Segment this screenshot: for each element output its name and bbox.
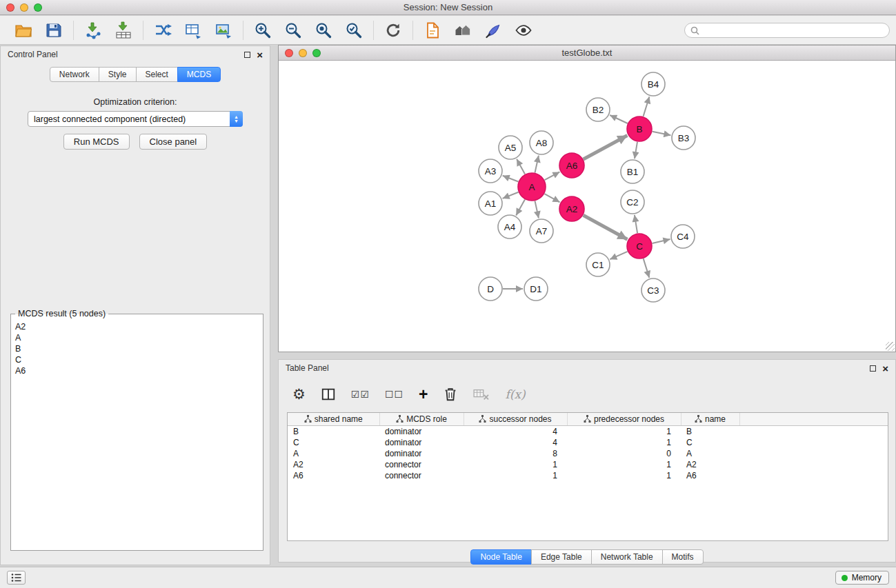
search-input[interactable]	[703, 26, 884, 35]
table-cell[interactable]: 0	[567, 448, 681, 459]
table-cell[interactable]: C	[681, 437, 739, 448]
table-cell[interactable]: 1	[567, 459, 681, 470]
float-table-panel-icon[interactable]	[870, 365, 876, 372]
table-cell[interactable]: 4	[464, 426, 567, 438]
run-mcds-button[interactable]: Run MCDS	[63, 134, 130, 150]
column-header[interactable]: predecessor nodes	[567, 413, 681, 426]
table-cell[interactable]: B	[288, 426, 379, 438]
graph-edge[interactable]	[635, 142, 637, 159]
graph-node-C4[interactable]: C4	[671, 225, 695, 248]
delete-column-icon[interactable]	[443, 387, 458, 402]
memory-button[interactable]: Memory	[835, 571, 889, 585]
graph-node-B2[interactable]: B2	[586, 98, 610, 121]
close-network-window-icon[interactable]	[285, 49, 293, 57]
table-cell[interactable]: 1	[567, 470, 681, 481]
table-cell[interactable]: A6	[288, 470, 379, 481]
table-cell[interactable]: 8	[464, 448, 567, 459]
float-panel-icon[interactable]	[244, 52, 250, 58]
graph-edge[interactable]	[535, 201, 539, 219]
save-session-button[interactable]	[44, 21, 63, 40]
toolbar-search[interactable]	[684, 23, 890, 38]
graph-node-C3[interactable]: C3	[641, 278, 665, 302]
close-table-panel-icon[interactable]: ×	[882, 365, 888, 372]
result-item[interactable]: C	[15, 354, 259, 365]
table-cell[interactable]: 1	[567, 437, 681, 448]
graph-edge[interactable]	[644, 97, 650, 116]
tab-motifs[interactable]: Motifs	[662, 549, 704, 565]
show-panel-list-button[interactable]	[7, 571, 26, 585]
table-cell[interactable]: 1	[464, 459, 567, 470]
graph-edge[interactable]	[517, 159, 525, 174]
column-header[interactable]: name	[681, 413, 739, 426]
graph-node-A2[interactable]: A2	[559, 196, 584, 221]
tab-network[interactable]: Network	[50, 67, 99, 82]
open-file-button[interactable]	[14, 21, 33, 40]
table-cell[interactable]: A2	[681, 459, 739, 470]
select-all-rows-icon[interactable]: ☑☑	[351, 389, 370, 400]
table-row[interactable]: A6connector11A6	[288, 470, 888, 481]
column-header[interactable]: shared name	[288, 413, 379, 426]
graph-node-D1[interactable]: D1	[524, 277, 548, 301]
zoom-out-button[interactable]	[283, 21, 303, 40]
table-cell[interactable]: B	[681, 426, 739, 438]
graph-edge[interactable]	[545, 172, 560, 180]
close-window-icon[interactable]	[6, 3, 14, 12]
optimization-dropdown[interactable]: largest connected component (directed) ▲…	[28, 111, 243, 127]
graph-edge[interactable]	[503, 192, 519, 199]
resize-grip[interactable]	[886, 342, 895, 351]
deselect-all-rows-icon[interactable]: ☐☐	[385, 389, 404, 400]
graph-edge[interactable]	[610, 115, 628, 123]
import-network-button[interactable]	[83, 21, 103, 40]
table-cell[interactable]: 4	[464, 437, 567, 448]
graph-node-A7[interactable]: A7	[530, 219, 553, 243]
table-cell[interactable]: A	[681, 448, 739, 459]
table-cell[interactable]: connector	[379, 470, 464, 481]
refresh-button[interactable]	[384, 21, 403, 40]
graph-node-B[interactable]: B	[627, 116, 652, 141]
graph-edge[interactable]	[516, 199, 525, 215]
result-item[interactable]: B	[15, 343, 259, 354]
maximize-window-icon[interactable]	[34, 3, 42, 12]
result-item[interactable]: A6	[15, 365, 259, 376]
show-columns-icon[interactable]	[321, 387, 336, 402]
zoom-selected-button[interactable]	[344, 21, 364, 40]
graph-node-A1[interactable]: A1	[479, 192, 502, 215]
tab-style[interactable]: Style	[99, 67, 137, 82]
graph-node-B4[interactable]: B4	[641, 72, 665, 96]
close-panel-icon[interactable]: ×	[257, 52, 263, 58]
function-builder-icon[interactable]: f(x)	[505, 387, 525, 401]
show-hide-button[interactable]	[514, 21, 533, 40]
graph-node-C[interactable]: C	[627, 234, 652, 258]
minimize-network-window-icon[interactable]	[299, 49, 307, 57]
tab-mcds[interactable]: MCDS	[177, 67, 221, 82]
tab-node-table[interactable]: Node Table	[470, 549, 532, 565]
table-row[interactable]: Cdominator41C	[288, 437, 888, 448]
export-image-button[interactable]	[214, 21, 233, 40]
graph-node-A4[interactable]: A4	[498, 215, 521, 239]
add-column-icon[interactable]: +	[419, 387, 428, 401]
maximize-network-window-icon[interactable]	[312, 49, 321, 57]
table-cell[interactable]: A2	[288, 459, 379, 470]
graph-edge[interactable]	[653, 239, 670, 243]
graph-edge[interactable]	[584, 215, 628, 239]
table-cell[interactable]: connector	[379, 459, 464, 470]
graph-edge[interactable]	[584, 136, 628, 160]
result-item[interactable]: A2	[15, 321, 259, 332]
table-cell[interactable]: A	[288, 448, 379, 459]
graph-node-A8[interactable]: A8	[530, 131, 553, 154]
table-settings-gear-icon[interactable]: ⚙	[292, 386, 306, 403]
table-cell[interactable]: 1	[567, 426, 681, 438]
result-item[interactable]: A	[15, 332, 259, 343]
column-header[interactable]: successor nodes	[464, 413, 567, 426]
home-button[interactable]	[453, 21, 472, 40]
minimize-window-icon[interactable]	[20, 3, 28, 12]
new-table-button[interactable]	[183, 21, 203, 40]
style-brush-button[interactable]	[484, 21, 503, 40]
graph-node-A[interactable]: A	[518, 173, 546, 201]
graph-node-A6[interactable]: A6	[559, 153, 584, 178]
graph-edge[interactable]	[653, 132, 671, 135]
graph-node-B3[interactable]: B3	[672, 126, 695, 150]
graph-edge[interactable]	[544, 194, 559, 202]
graph-node-A3[interactable]: A3	[479, 159, 502, 183]
tab-select[interactable]: Select	[136, 67, 178, 82]
